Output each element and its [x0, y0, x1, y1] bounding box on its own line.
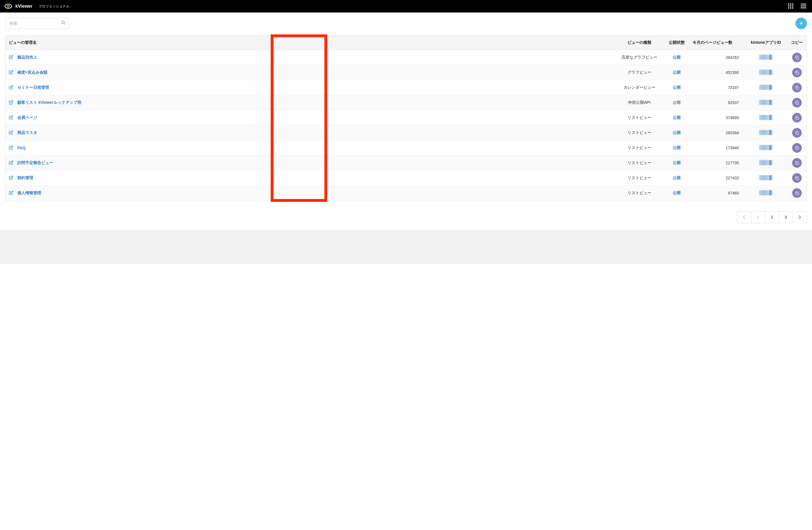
page-next[interactable]	[793, 211, 807, 223]
publish-state-link[interactable]: 公開	[673, 190, 681, 195]
appid-redacted	[759, 175, 773, 180]
svg-rect-14	[801, 8, 806, 8]
topbar-right	[787, 2, 808, 11]
table-row: 製品別売上高度なグラフビュー公開284262	[5, 50, 807, 65]
copy-button[interactable]	[792, 83, 802, 92]
logo-eye-icon	[4, 2, 12, 10]
table-row: 商品マスタリストビュー公開265394	[5, 125, 807, 141]
appid-redacted	[759, 190, 773, 195]
view-type: リストビュー	[614, 125, 664, 141]
copy-button[interactable]	[792, 68, 802, 77]
view-name-link[interactable]: セミナー日程管理	[17, 85, 49, 90]
appid-redacted	[759, 160, 773, 165]
page-2[interactable]: 2	[765, 211, 779, 223]
copy-button[interactable]	[792, 158, 802, 168]
appid-redacted	[759, 70, 773, 75]
svg-rect-28	[796, 192, 799, 195]
view-type: 外部公開API	[614, 95, 664, 110]
edit-icon[interactable]	[9, 175, 13, 181]
view-name-link[interactable]: 確度×見込み金額	[17, 70, 47, 75]
svg-rect-9	[788, 8, 789, 9]
view-name-link[interactable]: 商品マスタ	[17, 130, 37, 135]
view-name-link[interactable]: 会員ページ	[17, 115, 37, 120]
publish-state-link[interactable]: 公開	[673, 130, 681, 135]
page-1: 1	[751, 211, 765, 223]
view-name-link[interactable]: 訪問予定報告ビュー	[17, 160, 53, 166]
view-type: リストビュー	[614, 156, 664, 171]
appid-redacted	[759, 85, 773, 90]
table-header-row: ビューの管理名 ビューの種類 公開状態 今月のページビュー数 kintoneアプ…	[5, 35, 807, 50]
search-icon	[61, 20, 66, 26]
page-3[interactable]: 3	[779, 211, 793, 223]
svg-rect-12	[801, 4, 806, 4]
publish-state-link[interactable]: 公開	[673, 160, 681, 165]
pageview-count: 227432	[689, 171, 744, 186]
edit-icon[interactable]	[9, 55, 13, 60]
view-type: カレンダービュー	[614, 80, 664, 95]
copy-button[interactable]	[792, 143, 802, 153]
copy-button[interactable]	[792, 113, 802, 123]
col-header-copy: コピー	[787, 35, 807, 50]
svg-rect-23	[796, 117, 799, 119]
copy-button[interactable]	[792, 98, 802, 108]
copy-button[interactable]	[792, 188, 802, 198]
copy-button[interactable]	[792, 53, 802, 62]
svg-rect-5	[792, 3, 793, 4]
svg-line-16	[64, 23, 65, 25]
edit-icon[interactable]	[9, 70, 13, 75]
copy-button[interactable]	[792, 173, 802, 183]
content: ビューの管理名 ビューの種類 公開状態 今月のページビュー数 kintoneアプ…	[0, 13, 812, 230]
pageview-count: 265394	[689, 125, 744, 141]
pageview-count: 97460	[689, 186, 744, 201]
topbar-left: kViewer プロフェッショナル	[4, 2, 69, 10]
table-row: 確度×見込み金額グラフビュー公開452390	[5, 65, 807, 80]
view-type: リストビュー	[614, 186, 664, 201]
edit-icon[interactable]	[9, 130, 13, 135]
view-name-link[interactable]: 個人情報管理	[17, 190, 41, 196]
publish-state-link[interactable]: 公開	[673, 175, 681, 180]
svg-rect-19	[796, 57, 799, 59]
publish-state-link[interactable]: 公開	[673, 145, 681, 150]
search-input[interactable]	[5, 18, 69, 29]
edit-icon[interactable]	[9, 160, 13, 166]
edit-icon[interactable]	[9, 145, 13, 151]
col-header-type: ビューの種類	[614, 35, 664, 50]
pageview-count: 284262	[689, 50, 744, 65]
appid-redacted	[759, 115, 773, 120]
svg-rect-3	[788, 3, 789, 4]
views-table: ビューの管理名 ビューの種類 公開状態 今月のページビュー数 kintoneアプ…	[5, 35, 807, 201]
edit-icon[interactable]	[9, 85, 13, 90]
add-view-button[interactable]	[796, 18, 807, 29]
svg-rect-27	[796, 177, 799, 180]
table-row: 個人情報管理リストビュー公開97460	[5, 186, 807, 201]
toolbar	[5, 18, 807, 29]
col-header-pageviews: 今月のページビュー数	[689, 35, 744, 50]
col-header-name: ビューの管理名	[5, 35, 614, 50]
view-name-link[interactable]: 顧客リスト kViewerルックアップ用	[17, 100, 81, 105]
table-row: FAQリストビュー公開173940	[5, 141, 807, 156]
pageview-count: 452390	[689, 65, 744, 80]
edit-icon[interactable]	[9, 100, 13, 105]
appid-redacted	[759, 130, 773, 135]
view-name-link[interactable]: 製品別売上	[17, 55, 37, 60]
table-row: 顧客リスト kViewerルックアップ用外部公開API公開92537	[5, 95, 807, 110]
svg-rect-4	[790, 3, 791, 4]
search-field-wrap	[5, 18, 69, 29]
edit-icon[interactable]	[9, 190, 13, 196]
appid-redacted	[759, 55, 773, 60]
hamburger-menu-icon[interactable]	[799, 2, 808, 10]
copy-button[interactable]	[792, 128, 802, 138]
publish-state-link[interactable]: 公開	[673, 115, 681, 120]
table-row: 契約管理リストビュー公開227432	[5, 171, 807, 186]
topbar: kViewer プロフェッショナル	[0, 0, 812, 13]
edit-icon[interactable]	[9, 115, 13, 120]
view-name-link[interactable]: FAQ	[17, 146, 26, 150]
publish-state-link[interactable]: 公開	[673, 70, 681, 74]
pageview-count: 173940	[689, 141, 744, 156]
pageview-count: 374895	[689, 110, 744, 125]
svg-rect-6	[788, 5, 789, 6]
view-name-link[interactable]: 契約管理	[17, 175, 33, 181]
apps-grid-icon[interactable]	[787, 2, 794, 11]
publish-state-link[interactable]: 公開	[673, 85, 681, 89]
publish-state-link[interactable]: 公開	[673, 55, 681, 59]
